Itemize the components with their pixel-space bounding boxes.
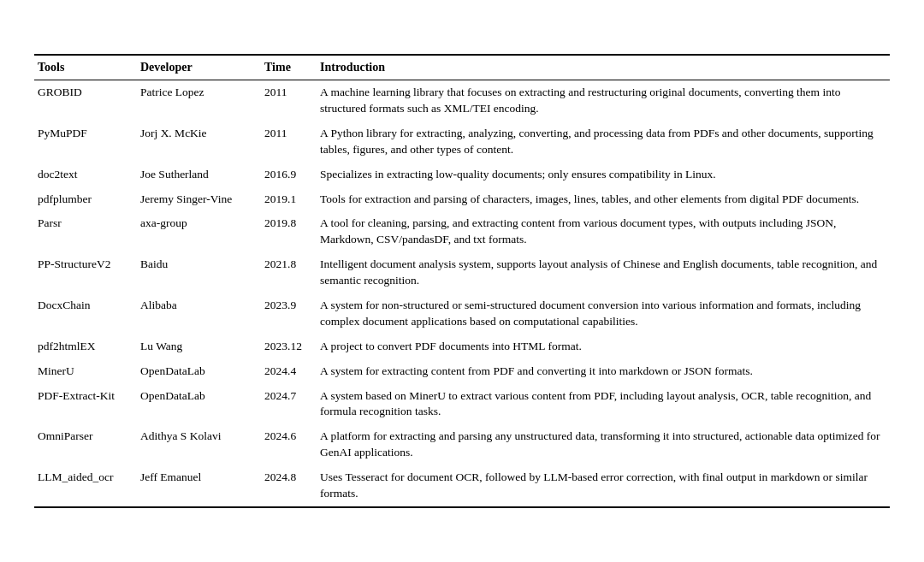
table-row: doc2textJoe Sutherland2016.9Specializes … [34,163,890,187]
cell-time: 2023.12 [261,334,317,359]
cell-tools: LLM_aided_ocr [34,465,137,507]
cell-developer: Lu Wang [137,334,261,359]
table-row: PDF-Extract-KitOpenDataLab2024.7A system… [34,384,890,425]
header-developer: Developer [137,55,261,80]
cell-tools: OmniParser [34,424,137,465]
cell-developer: Jorj X. McKie [137,121,261,163]
cell-introduction: A system for non-structured or semi-stru… [317,293,890,334]
cell-developer: Jeff Emanuel [137,465,261,507]
cell-tools: PDF-Extract-Kit [34,384,137,425]
cell-developer: Jeremy Singer-Vine [137,187,261,212]
cell-tools: pdf2htmlEX [34,334,137,359]
cell-developer: Alibaba [137,293,261,334]
table-row: OmniParserAdithya S Kolavi2024.6A platfo… [34,424,890,465]
header-time: Time [261,55,317,80]
cell-time: 2019.1 [261,187,317,212]
table-row: pdf2htmlEXLu Wang2023.12A project to con… [34,334,890,359]
cell-tools: Parsr [34,211,137,252]
cell-time: 2016.9 [261,163,317,187]
cell-introduction: Tools for extraction and parsing of char… [317,187,890,212]
cell-developer: Joe Sutherland [137,163,261,187]
cell-time: 2011 [261,80,317,121]
cell-introduction: A Python library for extracting, analyzi… [317,121,890,163]
cell-introduction: Intelligent document analysis system, su… [317,252,890,293]
cell-developer: Adithya S Kolavi [137,424,261,465]
cell-tools: GROBID [34,80,137,121]
table-header-row: Tools Developer Time Introduction [34,55,890,80]
cell-time: 2024.7 [261,384,317,425]
cell-introduction: A system based on MinerU to extract vari… [317,384,890,425]
table-row: pdfplumberJeremy Singer-Vine2019.1Tools … [34,187,890,212]
table-container: Tools Developer Time Introduction GROBID… [34,54,890,508]
tools-table: Tools Developer Time Introduction GROBID… [34,54,890,508]
cell-tools: MinerU [34,359,137,384]
cell-time: 2023.9 [261,293,317,334]
cell-introduction: A project to convert PDF documents into … [317,334,890,359]
cell-developer: OpenDataLab [137,359,261,384]
cell-introduction: A system for extracting content from PDF… [317,359,890,384]
cell-introduction: A tool for cleaning, parsing, and extrac… [317,211,890,252]
table-row: MinerUOpenDataLab2024.4A system for extr… [34,359,890,384]
table-row: Parsraxa-group2019.8A tool for cleaning,… [34,211,890,252]
cell-introduction: A machine learning library that focuses … [317,80,890,121]
cell-introduction: Uses Tesseract for document OCR, followe… [317,465,890,507]
table-row: PyMuPDFJorj X. McKie2011A Python library… [34,121,890,163]
header-introduction: Introduction [317,55,890,80]
cell-tools: PyMuPDF [34,121,137,163]
cell-developer: Patrice Lopez [137,80,261,121]
cell-developer: axa-group [137,211,261,252]
cell-introduction: Specializes in extracting low-quality do… [317,163,890,187]
cell-time: 2024.8 [261,465,317,507]
table-row: LLM_aided_ocrJeff Emanuel2024.8Uses Tess… [34,465,890,507]
cell-time: 2024.4 [261,359,317,384]
cell-developer: Baidu [137,252,261,293]
cell-time: 2011 [261,121,317,163]
cell-introduction: A platform for extracting and parsing an… [317,424,890,465]
cell-time: 2021.8 [261,252,317,293]
cell-developer: OpenDataLab [137,384,261,425]
cell-tools: PP-StructureV2 [34,252,137,293]
cell-tools: DocxChain [34,293,137,334]
cell-time: 2019.8 [261,211,317,252]
cell-tools: pdfplumber [34,187,137,212]
table-row: PP-StructureV2Baidu2021.8Intelligent doc… [34,252,890,293]
cell-tools: doc2text [34,163,137,187]
table-row: GROBIDPatrice Lopez2011A machine learnin… [34,80,890,121]
header-tools: Tools [34,55,137,80]
table-row: DocxChainAlibaba2023.9A system for non-s… [34,293,890,334]
cell-time: 2024.6 [261,424,317,465]
